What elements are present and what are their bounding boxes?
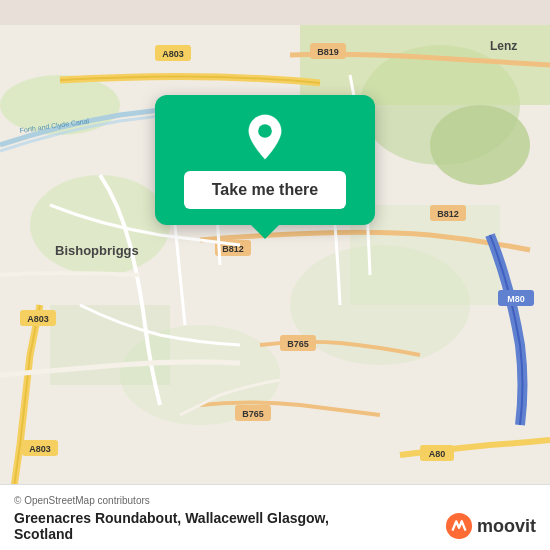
svg-text:A803: A803: [162, 49, 184, 59]
moovit-icon: [445, 512, 473, 540]
bottom-bar: © OpenStreetMap contributors Greenacres …: [0, 484, 550, 550]
moovit-logo: moovit: [445, 512, 536, 540]
take-me-there-button[interactable]: Take me there: [184, 171, 346, 209]
svg-point-4: [30, 175, 170, 275]
svg-text:Lenz: Lenz: [490, 39, 517, 53]
svg-text:B765: B765: [242, 409, 264, 419]
svg-text:B765: B765: [287, 339, 309, 349]
location-popup: Take me there: [155, 95, 375, 225]
moovit-brand-text: moovit: [477, 516, 536, 537]
location-info-bar: Greenacres Roundabout, Wallacewell Glasg…: [14, 510, 536, 542]
map-attribution: © OpenStreetMap contributors: [14, 495, 536, 506]
location-name: Greenacres Roundabout, Wallacewell Glasg…: [14, 510, 329, 542]
svg-text:Bishopbriggs: Bishopbriggs: [55, 243, 139, 258]
location-pin-icon: [241, 113, 289, 161]
svg-text:B819: B819: [317, 47, 339, 57]
map-container: A803 A803 A803 B819 B812 B812 B765 B765 …: [0, 0, 550, 550]
svg-text:A80: A80: [429, 449, 446, 459]
map-background: A803 A803 A803 B819 B812 B812 B765 B765 …: [0, 0, 550, 550]
svg-text:M80: M80: [507, 294, 525, 304]
svg-text:A803: A803: [27, 314, 49, 324]
svg-text:A803: A803: [29, 444, 51, 454]
svg-text:B812: B812: [437, 209, 459, 219]
svg-point-2: [430, 105, 530, 185]
svg-point-33: [258, 124, 272, 138]
